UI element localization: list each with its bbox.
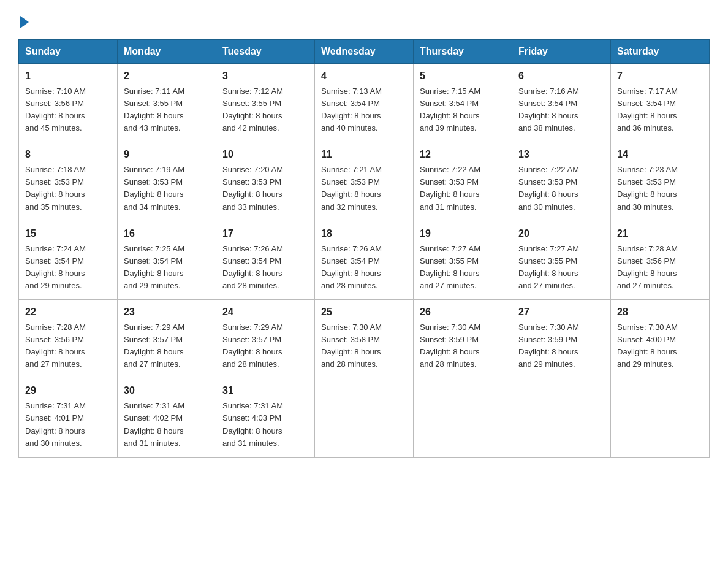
day-number: 12 <box>420 147 506 163</box>
calendar-week-row: 29 Sunrise: 7:31 AM Sunset: 4:01 PM Dayl… <box>19 378 710 457</box>
day-number: 31 <box>222 383 308 399</box>
day-info: Sunrise: 7:30 AM Sunset: 4:00 PM Dayligh… <box>617 321 703 371</box>
logo-triangle-icon <box>20 16 29 28</box>
day-number: 17 <box>222 226 308 242</box>
day-number: 4 <box>321 69 407 84</box>
day-info: Sunrise: 7:10 AM Sunset: 3:56 PM Dayligh… <box>25 85 111 135</box>
calendar-day-header: Thursday <box>414 40 512 64</box>
day-info: Sunrise: 7:31 AM Sunset: 4:02 PM Dayligh… <box>124 400 210 450</box>
day-number: 20 <box>518 226 604 242</box>
day-number: 7 <box>617 69 703 84</box>
calendar-day-header: Saturday <box>611 40 710 64</box>
day-number: 1 <box>25 69 111 84</box>
day-number: 26 <box>420 305 506 320</box>
day-info: Sunrise: 7:29 AM Sunset: 3:57 PM Dayligh… <box>222 321 308 371</box>
day-info: Sunrise: 7:13 AM Sunset: 3:54 PM Dayligh… <box>321 85 407 135</box>
calendar-day-cell: 11 Sunrise: 7:21 AM Sunset: 3:53 PM Dayl… <box>315 142 414 221</box>
calendar-day-cell: 31 Sunrise: 7:31 AM Sunset: 4:03 PM Dayl… <box>216 378 315 457</box>
calendar-day-cell: 15 Sunrise: 7:24 AM Sunset: 3:54 PM Dayl… <box>19 221 118 299</box>
day-info: Sunrise: 7:23 AM Sunset: 3:53 PM Dayligh… <box>617 164 703 213</box>
calendar-day-cell: 13 Sunrise: 7:22 AM Sunset: 3:53 PM Dayl… <box>512 142 611 221</box>
calendar-day-header: Sunday <box>19 40 118 64</box>
day-number: 28 <box>617 305 703 320</box>
calendar-day-cell: 26 Sunrise: 7:30 AM Sunset: 3:59 PM Dayl… <box>414 300 512 378</box>
calendar-day-cell: 22 Sunrise: 7:28 AM Sunset: 3:56 PM Dayl… <box>19 300 118 378</box>
calendar-day-cell: 10 Sunrise: 7:20 AM Sunset: 3:53 PM Dayl… <box>216 142 315 221</box>
calendar-day-header: Friday <box>512 40 611 64</box>
day-number: 8 <box>25 147 111 163</box>
calendar-day-cell: 21 Sunrise: 7:28 AM Sunset: 3:56 PM Dayl… <box>611 221 710 299</box>
day-info: Sunrise: 7:18 AM Sunset: 3:53 PM Dayligh… <box>25 164 111 213</box>
day-info: Sunrise: 7:28 AM Sunset: 3:56 PM Dayligh… <box>25 321 111 371</box>
day-info: Sunrise: 7:15 AM Sunset: 3:54 PM Dayligh… <box>420 85 506 135</box>
calendar-day-header: Wednesday <box>315 40 414 64</box>
day-info: Sunrise: 7:26 AM Sunset: 3:54 PM Dayligh… <box>222 243 308 293</box>
day-info: Sunrise: 7:27 AM Sunset: 3:55 PM Dayligh… <box>518 243 604 293</box>
calendar-day-cell: 8 Sunrise: 7:18 AM Sunset: 3:53 PM Dayli… <box>19 142 118 221</box>
day-number: 24 <box>222 305 308 320</box>
calendar-day-cell: 4 Sunrise: 7:13 AM Sunset: 3:54 PM Dayli… <box>315 64 414 142</box>
calendar-day-cell: 7 Sunrise: 7:17 AM Sunset: 3:54 PM Dayli… <box>611 64 710 142</box>
day-number: 29 <box>25 383 111 399</box>
day-info: Sunrise: 7:22 AM Sunset: 3:53 PM Dayligh… <box>518 164 604 213</box>
day-info: Sunrise: 7:21 AM Sunset: 3:53 PM Dayligh… <box>321 164 407 213</box>
day-info: Sunrise: 7:22 AM Sunset: 3:53 PM Dayligh… <box>420 164 506 213</box>
calendar-day-cell <box>414 378 512 457</box>
day-number: 18 <box>321 226 407 242</box>
calendar-day-cell: 2 Sunrise: 7:11 AM Sunset: 3:55 PM Dayli… <box>118 64 216 142</box>
calendar-day-cell <box>512 378 611 457</box>
calendar-day-cell: 9 Sunrise: 7:19 AM Sunset: 3:53 PM Dayli… <box>118 142 216 221</box>
day-number: 6 <box>518 69 604 84</box>
day-info: Sunrise: 7:26 AM Sunset: 3:54 PM Dayligh… <box>321 243 407 293</box>
calendar-day-header: Tuesday <box>216 40 315 64</box>
calendar-body: 1 Sunrise: 7:10 AM Sunset: 3:56 PM Dayli… <box>19 64 710 458</box>
calendar-day-cell: 29 Sunrise: 7:31 AM Sunset: 4:01 PM Dayl… <box>19 378 118 457</box>
day-number: 13 <box>518 147 604 163</box>
day-number: 11 <box>321 147 407 163</box>
calendar-day-cell: 16 Sunrise: 7:25 AM Sunset: 3:54 PM Dayl… <box>118 221 216 299</box>
day-number: 3 <box>222 69 308 84</box>
calendar-day-cell: 1 Sunrise: 7:10 AM Sunset: 3:56 PM Dayli… <box>19 64 118 142</box>
day-info: Sunrise: 7:30 AM Sunset: 3:59 PM Dayligh… <box>518 321 604 371</box>
calendar-day-cell: 20 Sunrise: 7:27 AM Sunset: 3:55 PM Dayl… <box>512 221 611 299</box>
day-info: Sunrise: 7:16 AM Sunset: 3:54 PM Dayligh… <box>518 85 604 135</box>
day-info: Sunrise: 7:11 AM Sunset: 3:55 PM Dayligh… <box>124 85 210 135</box>
day-info: Sunrise: 7:20 AM Sunset: 3:53 PM Dayligh… <box>222 164 308 213</box>
calendar-day-cell: 24 Sunrise: 7:29 AM Sunset: 3:57 PM Dayl… <box>216 300 315 378</box>
day-number: 16 <box>124 226 210 242</box>
day-number: 15 <box>25 226 111 242</box>
calendar-day-cell <box>315 378 414 457</box>
day-number: 10 <box>222 147 308 163</box>
day-number: 5 <box>420 69 506 84</box>
day-info: Sunrise: 7:31 AM Sunset: 4:03 PM Dayligh… <box>222 400 308 450</box>
calendar-week-row: 15 Sunrise: 7:24 AM Sunset: 3:54 PM Dayl… <box>19 221 710 299</box>
day-info: Sunrise: 7:25 AM Sunset: 3:54 PM Dayligh… <box>124 243 210 293</box>
day-number: 23 <box>124 305 210 320</box>
day-number: 22 <box>25 305 111 320</box>
day-info: Sunrise: 7:19 AM Sunset: 3:53 PM Dayligh… <box>124 164 210 213</box>
day-number: 27 <box>518 305 604 320</box>
calendar-day-cell: 14 Sunrise: 7:23 AM Sunset: 3:53 PM Dayl… <box>611 142 710 221</box>
day-info: Sunrise: 7:17 AM Sunset: 3:54 PM Dayligh… <box>617 85 703 135</box>
calendar-day-cell: 12 Sunrise: 7:22 AM Sunset: 3:53 PM Dayl… <box>414 142 512 221</box>
calendar-day-cell: 5 Sunrise: 7:15 AM Sunset: 3:54 PM Dayli… <box>414 64 512 142</box>
day-number: 9 <box>124 147 210 163</box>
day-number: 2 <box>124 69 210 84</box>
day-number: 21 <box>617 226 703 242</box>
day-info: Sunrise: 7:12 AM Sunset: 3:55 PM Dayligh… <box>222 85 308 135</box>
calendar-day-cell: 18 Sunrise: 7:26 AM Sunset: 3:54 PM Dayl… <box>315 221 414 299</box>
calendar-header-row: SundayMondayTuesdayWednesdayThursdayFrid… <box>19 40 710 64</box>
page-header <box>18 15 710 28</box>
calendar-day-cell <box>611 378 710 457</box>
day-number: 25 <box>321 305 407 320</box>
calendar-day-cell: 6 Sunrise: 7:16 AM Sunset: 3:54 PM Dayli… <box>512 64 611 142</box>
day-number: 14 <box>617 147 703 163</box>
calendar-day-cell: 28 Sunrise: 7:30 AM Sunset: 4:00 PM Dayl… <box>611 300 710 378</box>
logo <box>18 15 29 28</box>
calendar-table: SundayMondayTuesdayWednesdayThursdayFrid… <box>18 39 710 458</box>
calendar-day-header: Monday <box>118 40 216 64</box>
calendar-day-cell: 19 Sunrise: 7:27 AM Sunset: 3:55 PM Dayl… <box>414 221 512 299</box>
day-number: 19 <box>420 226 506 242</box>
calendar-day-cell: 30 Sunrise: 7:31 AM Sunset: 4:02 PM Dayl… <box>118 378 216 457</box>
calendar-day-cell: 3 Sunrise: 7:12 AM Sunset: 3:55 PM Dayli… <box>216 64 315 142</box>
